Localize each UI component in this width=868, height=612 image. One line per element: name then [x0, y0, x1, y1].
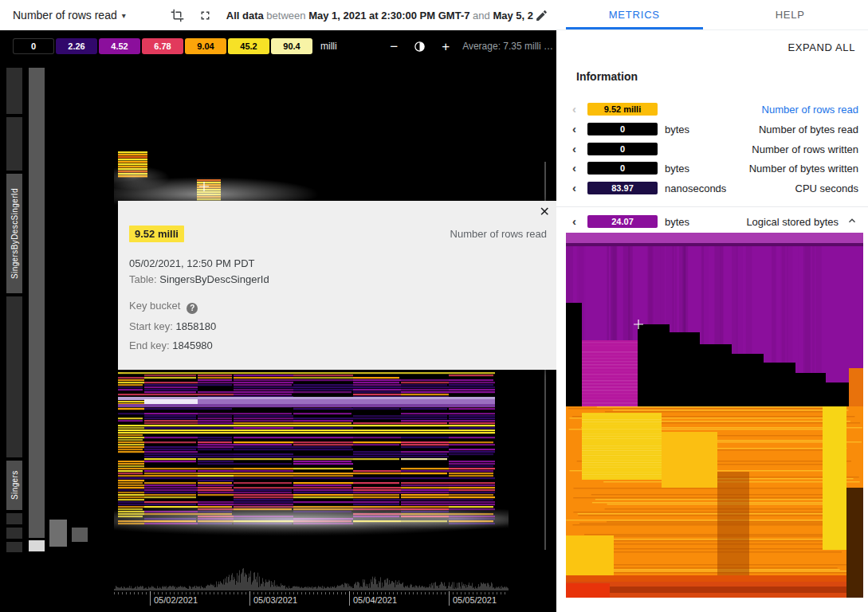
key-range-segment[interactable] — [6, 542, 22, 552]
metric-name[interactable]: Number of rows read — [762, 104, 858, 116]
heatmap-tooltip: ✕ 9.52 milli Number of rows read 05/02/2… — [118, 201, 558, 370]
metric-value-chip: 9.52 milli — [587, 103, 658, 116]
metric-row[interactable]: ‹ 83.97 nanoseconds CPU seconds — [556, 181, 868, 197]
edit-range-button[interactable] — [533, 7, 550, 24]
chevron-left-icon[interactable]: ‹ — [572, 102, 576, 116]
range-and: and — [473, 10, 490, 22]
key-scrollbar-track[interactable] — [29, 68, 45, 538]
range-end-date: May 5, 2 — [493, 10, 533, 22]
tooltip-value-chip: 9.52 milli — [129, 226, 184, 242]
end-key-value: 1845980 — [172, 339, 213, 351]
metric-unit: nanoseconds — [665, 182, 726, 194]
heatmap-panel: 0 2.26 4.52 6.78 9.04 45.2 90.4 milli − … — [0, 30, 556, 612]
metric-row[interactable]: ‹ 9.52 milli Number of rows read — [556, 102, 868, 118]
start-key-label: Start key: — [129, 320, 173, 332]
metric-value-chip: 83.97 — [587, 182, 658, 194]
metric-value-chip: 0 — [587, 123, 658, 135]
legend-chip: 6.78 — [142, 38, 183, 54]
time-axis-label: 05/05/2021 — [449, 595, 497, 606]
key-range-segment[interactable] — [6, 296, 22, 457]
chevron-left-icon[interactable]: ‹ — [572, 161, 576, 175]
tooltip-key-bucket-line: Key bucket? — [129, 300, 198, 314]
help-icon[interactable]: ? — [187, 303, 198, 314]
tooltip-start-key-line: Start key: 1858180 — [129, 320, 216, 332]
legend-chip: 9.04 — [185, 38, 226, 54]
information-title: Information — [576, 70, 638, 83]
legend-chip: 2.26 — [56, 38, 97, 54]
tooltip-end-key-line: End key: 1845980 — [129, 339, 213, 351]
collapse-section-button[interactable] — [846, 214, 858, 230]
color-legend: 0 2.26 4.52 6.78 9.04 45.2 90.4 milli − … — [13, 38, 553, 54]
time-axis-label: 05/04/2021 — [349, 595, 397, 606]
timeline-chart[interactable] — [114, 559, 509, 595]
time-axis-label: 05/02/2021 — [150, 595, 198, 606]
range-all-data: All data — [226, 10, 264, 22]
tab-help[interactable]: HELP — [713, 0, 868, 29]
detail-heatmap-canvas[interactable] — [566, 233, 863, 598]
metric-unit: bytes — [665, 163, 689, 175]
legend-chip: 45.2 — [228, 38, 269, 54]
table-label[interactable]: Singers — [6, 461, 22, 510]
close-icon[interactable]: ✕ — [540, 204, 550, 219]
metric-unit: bytes — [665, 124, 689, 135]
metric-value-chip: 24.07 — [587, 215, 658, 228]
metric-name[interactable]: Number of bytes written — [749, 163, 858, 175]
legend-chip: 90.4 — [271, 38, 312, 54]
legend-unit: milli — [320, 41, 337, 52]
tab-metrics[interactable]: METRICS — [556, 0, 713, 29]
chevron-left-icon[interactable]: ‹ — [572, 214, 576, 228]
right-panel-tabs: METRICS HELP — [556, 0, 868, 30]
table-label[interactable]: SingersByDescSingerId — [6, 174, 22, 293]
fullscreen-button[interactable] — [197, 7, 214, 24]
metric-row[interactable]: ‹ 0 bytes Number of bytes written — [556, 161, 868, 177]
key-scrollbar-thumb[interactable] — [29, 540, 45, 551]
minimap-block[interactable] — [72, 528, 88, 542]
zoom-in-button[interactable]: + — [440, 40, 451, 53]
minimap-block[interactable] — [49, 520, 67, 547]
time-axis-label: 05/03/2021 — [249, 595, 297, 606]
contrast-icon — [414, 41, 426, 53]
fullscreen-icon — [198, 9, 212, 22]
legend-chip: 0 — [13, 38, 54, 54]
toolbar-left: Number of rows read ▾ All data between M… — [0, 0, 556, 30]
metric-row[interactable]: ‹ 0 bytes Number of bytes read — [556, 122, 868, 138]
key-range-segment[interactable] — [6, 68, 22, 114]
metric-unit: bytes — [665, 216, 689, 228]
chevron-up-icon — [846, 214, 858, 227]
tooltip-table-value: SingersByDescSingerId — [159, 273, 269, 285]
tooltip-timestamp: 05/02/2021, 12:50 PM PDT — [129, 257, 255, 269]
key-range-segment[interactable] — [6, 117, 22, 171]
crop-button[interactable] — [169, 7, 186, 24]
caret-down-icon: ▾ — [122, 11, 126, 20]
zoom-out-button[interactable]: − — [388, 40, 399, 53]
crop-icon — [171, 9, 184, 22]
tooltip-table-label: Table: — [129, 273, 157, 285]
metric-name[interactable]: Number of bytes read — [759, 124, 858, 135]
key-range-segment[interactable] — [6, 528, 22, 539]
chevron-left-icon[interactable]: ‹ — [572, 142, 576, 155]
chevron-left-icon[interactable]: ‹ — [572, 181, 576, 194]
key-visualizer-app: Number of rows read ▾ All data between M… — [0, 0, 868, 612]
time-range-text: All data between May 1, 2021 at 2:30:00 … — [226, 10, 533, 22]
expand-all-button[interactable]: EXPAND ALL — [787, 41, 855, 53]
metric-dropdown-label: Number of rows read — [13, 9, 117, 22]
table-axis-track[interactable]: SingersByDescSingerId Singers — [6, 68, 22, 555]
range-between: between — [266, 10, 305, 22]
start-key-value: 1858180 — [176, 320, 217, 332]
metric-value-chip: 0 — [587, 162, 658, 175]
metric-value-chip: 0 — [587, 143, 658, 155]
chevron-left-icon[interactable]: ‹ — [572, 122, 576, 135]
legend-chip: 4.52 — [99, 38, 140, 54]
key-range-segment[interactable] — [6, 513, 22, 524]
metric-row[interactable]: ‹ 0 Number of rows written — [556, 142, 868, 158]
metric-name[interactable]: Number of rows written — [752, 143, 858, 155]
metric-name[interactable]: Logical stored bytes — [746, 216, 839, 228]
metrics-panel: EXPAND ALL Information ‹ 9.52 milli Numb… — [556, 30, 868, 612]
average-value: Average: 7.35 milli … — [462, 41, 553, 52]
metric-name[interactable]: CPU seconds — [795, 182, 858, 194]
metric-dropdown[interactable]: Number of rows read ▾ — [13, 9, 126, 22]
contrast-button[interactable] — [412, 41, 427, 53]
end-key-label: End key: — [129, 339, 170, 351]
metric-row-stored-bytes[interactable]: ‹ 24.07 bytes Logical stored bytes — [556, 214, 868, 230]
range-start-date: May 1, 2021 at 2:30:00 PM GMT-7 — [308, 10, 469, 22]
